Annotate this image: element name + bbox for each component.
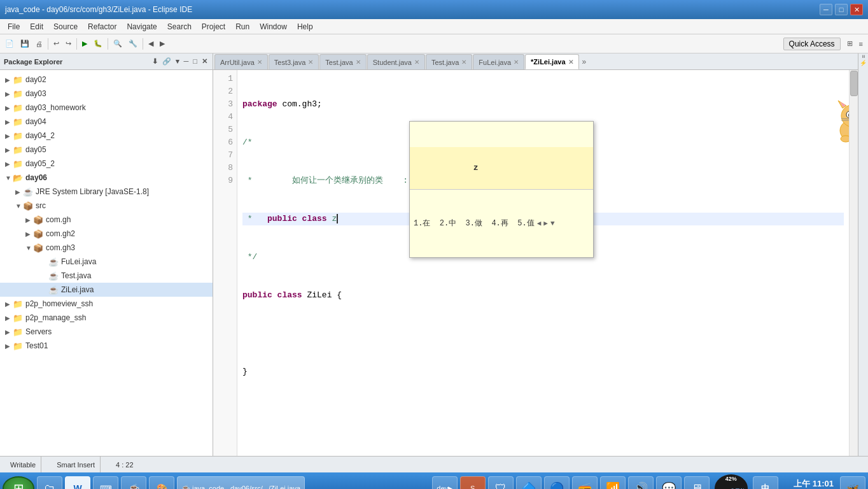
toolbar-views-btn[interactable]: ≡ [857, 37, 865, 51]
taskbar-shield-btn[interactable]: 🛡 [488, 476, 514, 489]
menu-run[interactable]: Run [230, 21, 255, 32]
tab-close-test2[interactable]: ✕ [461, 59, 466, 66]
tree-item-day05[interactable]: ▶ 📁 day05 [0, 143, 213, 157]
taskbar-volume-btn[interactable]: 🔊 [628, 476, 654, 489]
toolbar-fwd-btn[interactable]: ▶ [157, 37, 167, 51]
maximize-button[interactable]: □ [835, 4, 848, 15]
taskbar-sys-btn[interactable]: 🔷 [516, 476, 542, 489]
tree-item-day06[interactable]: ▼ 📂 day06 [0, 171, 213, 185]
taskbar-input-method-btn[interactable]: 中 [753, 476, 778, 489]
maximize-view-icon[interactable]: □ [192, 57, 199, 66]
tree-item-fulei[interactable]: ☕ FuLei.java [0, 255, 213, 269]
input-method-label: 中 [761, 483, 769, 489]
taskbar-monitor-btn[interactable]: 🖥 [684, 476, 710, 489]
taskbar-ime-btn[interactable]: ⌨ [93, 476, 118, 489]
toolbar-ref-btn[interactable]: 🔧 [126, 37, 140, 51]
taskbar-eclipse-label: ☕ java_code - day06/src/.../ZiLei.java [181, 485, 300, 490]
minimize-view-icon[interactable]: ─ [183, 57, 190, 66]
autocomplete-popup[interactable]: z 1.在 2.中 3.做 4.再 5.值 ◀ ▶ ▼ [409, 121, 594, 258]
toolbar-save-btn[interactable]: 💾 [18, 37, 32, 51]
taskbar-bluetooth-btn[interactable]: 🔵 [544, 476, 570, 489]
quick-access-button[interactable]: Quick Access [783, 38, 841, 50]
right-panel-outline[interactable]: ≡ [860, 55, 867, 58]
toolbar-perspective-btn[interactable]: ⊞ [844, 37, 855, 51]
taskbar-wps-btn[interactable]: W [65, 476, 90, 489]
toolbar-redo-btn[interactable]: ↪ [63, 37, 74, 51]
menu-window[interactable]: Window [255, 21, 292, 32]
autocomplete-more[interactable]: ▼ [550, 217, 555, 230]
scroll-thumb[interactable] [850, 71, 858, 96]
tree-item-day02[interactable]: ▶ 📁 day02 [0, 73, 213, 87]
show-desktop-btn[interactable]: 🦋 [840, 476, 865, 489]
tree-item-day03[interactable]: ▶ 📁 day03 [0, 87, 213, 101]
tree-item-p2p-manage[interactable]: ▶ 📁 p2p_manage_ssh [0, 311, 213, 325]
link-editor-icon[interactable]: 🔗 [161, 57, 172, 66]
tree-item-zilei[interactable]: ☕ ZiLei.java [0, 283, 213, 297]
tree-item-day05-2[interactable]: ▶ 📁 day05_2 [0, 157, 213, 171]
clock-area[interactable]: 上午 11:01 2019/6/14 星期五 [781, 478, 837, 489]
tree-item-day03-homework[interactable]: ▶ 📁 day03_homework [0, 101, 213, 115]
tree-item-jre[interactable]: ▶ ☕ JRE System Library [JavaSE-1.8] [0, 185, 213, 199]
tree-item-servers[interactable]: ▶ 📁 Servers [0, 325, 213, 339]
tab-close-test[interactable]: ✕ [356, 59, 361, 66]
menu-navigate[interactable]: Navigate [122, 21, 162, 32]
tab-test2[interactable]: Test.java ✕ [426, 54, 472, 69]
tree-item-src[interactable]: ▼ 📦 src [0, 199, 213, 213]
menu-help[interactable]: Help [292, 21, 318, 32]
tab-fulei[interactable]: FuLei.java ✕ [473, 54, 524, 69]
tree-item-p2p-home[interactable]: ▶ 📁 p2p_homeview_ssh [0, 297, 213, 311]
menu-file[interactable]: File [3, 21, 25, 32]
toolbar-print-btn[interactable]: 🖨 [33, 37, 45, 51]
tab-close-fulei[interactable]: ✕ [514, 59, 519, 66]
menu-project[interactable]: Project [197, 21, 230, 32]
autocomplete-next[interactable]: ▶ [543, 217, 548, 230]
tab-close-test3[interactable]: ✕ [308, 59, 313, 66]
tree-item-comgh3[interactable]: ▼ 📦 com.gh3 [0, 241, 213, 255]
taskbar-sogou-btn[interactable]: S [460, 476, 486, 489]
tree-item-day04[interactable]: ▶ 📁 day04 [0, 115, 213, 129]
tab-arrutil[interactable]: ArrUtil.java ✕ [214, 54, 268, 69]
tree-item-test01[interactable]: ▶ 📁 Test01 [0, 339, 213, 353]
taskbar-java-btn[interactable]: ☕ [121, 476, 146, 489]
close-view-icon[interactable]: ✕ [200, 57, 209, 66]
autocomplete-prev[interactable]: ◀ [537, 217, 542, 230]
menu-search[interactable]: Search [162, 21, 197, 32]
tab-close-student[interactable]: ✕ [414, 59, 419, 66]
tab-student[interactable]: Student.java ✕ [367, 54, 425, 69]
right-panel-markers[interactable]: ⚡ [860, 59, 867, 66]
taskbar-radio-btn[interactable]: 📻 [572, 476, 598, 489]
minimize-button[interactable]: ─ [820, 4, 832, 15]
code-area[interactable]: package com.gh3; /* * 如何让一个类继承别的类 : exte… [237, 70, 849, 456]
start-button[interactable]: ⊞ [3, 476, 34, 489]
tree-label-day05: day05 [25, 145, 46, 154]
taskbar-eclipse-btn[interactable]: ☕ java_code - day06/src/.../ZiLei.java [177, 476, 305, 489]
taskbar-msg-btn[interactable]: 💬 [656, 476, 682, 489]
toolbar-undo-btn[interactable]: ↩ [51, 37, 62, 51]
toolbar-back-btn[interactable]: ◀ [146, 37, 156, 51]
taskbar-files-btn[interactable]: 🗂 [37, 476, 62, 489]
taskbar-dev-btn[interactable]: dev ▶ [432, 476, 458, 489]
menu-edit[interactable]: Edit [25, 21, 48, 32]
toolbar-search-btn[interactable]: 🔍 [111, 37, 125, 51]
toolbar-new-btn[interactable]: 📄 [3, 37, 17, 51]
collapse-all-icon[interactable]: ⬇ [151, 57, 159, 66]
tab-overflow[interactable]: » [580, 57, 589, 66]
tab-zilei[interactable]: *ZiLei.java ✕ [525, 54, 578, 69]
editor-scrollbar[interactable] [849, 70, 858, 456]
close-button[interactable]: ✕ [850, 4, 863, 15]
tree-item-day04-2[interactable]: ▶ 📁 day04_2 [0, 129, 213, 143]
toolbar-run-btn[interactable]: ▶ [80, 37, 90, 51]
tree-item-comgh[interactable]: ▶ 📦 com.gh [0, 213, 213, 227]
taskbar-network-btn[interactable]: 📶 [600, 476, 626, 489]
tab-test3[interactable]: Test3.java ✕ [269, 54, 319, 69]
tab-close-arrutil[interactable]: ✕ [257, 59, 262, 66]
taskbar-paint-btn[interactable]: 🎨 [149, 476, 174, 489]
toolbar-debug-btn[interactable]: 🐛 [91, 37, 105, 51]
tab-close-zilei[interactable]: ✕ [568, 59, 573, 66]
menu-refactor[interactable]: Refactor [83, 21, 122, 32]
tree-item-comgh2[interactable]: ▶ 📦 com.gh2 [0, 227, 213, 241]
tree-item-test-java[interactable]: ☕ Test.java [0, 269, 213, 283]
menu-source[interactable]: Source [48, 21, 83, 32]
view-menu-icon[interactable]: ▾ [174, 57, 181, 66]
tab-test[interactable]: Test.java ✕ [319, 54, 366, 69]
